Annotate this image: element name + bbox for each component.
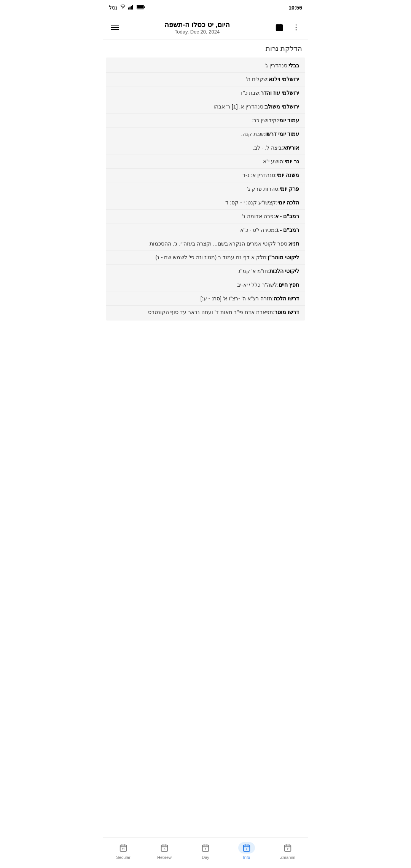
status-bar: 10:56 נסל xyxy=(103,0,308,15)
secular-nav-icon: 31 xyxy=(115,842,132,854)
svg-text:31: 31 xyxy=(122,848,125,850)
svg-rect-6 xyxy=(144,6,145,8)
row-value: חלק א דף נח עמוד ב (מט:ז וזה פי' לשמש שם… xyxy=(155,254,266,260)
main-content: הדלקת נרות בבלי:סנהדרין ג'ירושלמי וילנא:… xyxy=(103,40,308,838)
row-value: סנהדרין ג' xyxy=(265,62,288,69)
row-label: רמב"ם - ג xyxy=(276,227,299,233)
row-value: תפארת אדם פי"ב מאות ד' ועתה נבאר עד סוף … xyxy=(148,309,273,315)
battery-icon xyxy=(137,5,145,11)
info-nav-icon: i xyxy=(238,842,255,854)
bottom-nav: 31SecularהHebrew1DayiInfoZZmanim xyxy=(103,838,308,868)
gregorian-date: Today, Dec 20, 2024 xyxy=(123,29,272,35)
svg-point-0 xyxy=(123,8,123,9)
row-value: מכירה י"ט - כ"א xyxy=(240,227,275,233)
row-label: חפץ חיים xyxy=(279,282,299,288)
content-row: ירושלמי משולב:סנהדרין א. [1] ר' אבהו xyxy=(106,100,305,114)
svg-rect-7 xyxy=(137,6,143,8)
content-row: משנה יומי:סנהדרין א: ג-ד xyxy=(106,169,305,182)
content-row: ליקוטי מוהר"ן:חלק א דף נח עמוד ב (מט:ז ו… xyxy=(106,251,305,265)
row-value: חו"מ א' קמ"ג xyxy=(238,268,268,274)
svg-rect-4 xyxy=(132,5,133,9)
status-icons: נסל xyxy=(109,5,145,11)
app-bar-title: היום, יט כסלו ה-תשפה Today, Dec 20, 2024 xyxy=(123,21,272,35)
row-value: טהרות פרק ג' xyxy=(247,186,278,192)
row-label: ירושלמי משולב xyxy=(265,104,299,110)
svg-point-13 xyxy=(296,24,297,26)
row-label: אוריתא xyxy=(283,145,299,151)
row-value: קצשו"ע קנט: י - קס: ד xyxy=(225,199,276,206)
row-label: ירושלמי עוז והדר xyxy=(261,90,299,96)
row-label: ירושלמי וילנא xyxy=(269,76,299,82)
calendar-button[interactable]: 20 xyxy=(272,20,287,35)
app-bar-actions: 20 xyxy=(272,20,304,35)
svg-point-14 xyxy=(296,27,297,28)
content-row: דרשו הלכה:חזרה רצ"א ה' -רצ"ו א' [סח: - ע… xyxy=(106,292,305,306)
row-label: עמוד יומי דרשו xyxy=(265,131,299,137)
row-value: שקלים ה' xyxy=(246,76,268,82)
hebrew-date: היום, יט כסלו ה-תשפה xyxy=(123,21,272,29)
info-nav-label: Info xyxy=(243,855,250,860)
row-value: שבת כ"ד xyxy=(240,90,259,96)
content-row: דרשו מוסר:תפארת אדם פי"ב מאות ד' ועתה נב… xyxy=(106,306,305,319)
row-value: ספר לקוטי אמרים הנקרא בשם... וקצרה בעזה"… xyxy=(150,241,287,247)
zmanim-nav-label: Zmanim xyxy=(280,855,295,860)
nav-item-secular[interactable]: 31Secular xyxy=(103,842,144,860)
svg-rect-3 xyxy=(131,6,132,9)
content-card: בבלי:סנהדרין ג'ירושלמי וילנא:שקלים ה'ירו… xyxy=(106,57,305,321)
row-label: עמוד יומי xyxy=(278,117,299,123)
row-value: לשה"ר כלל י יא-יב xyxy=(237,282,277,288)
svg-point-15 xyxy=(296,29,297,30)
content-row: חפץ חיים:לשה"ר כלל י יא-יב xyxy=(106,278,305,292)
svg-rect-2 xyxy=(129,6,131,9)
app-bar: היום, יט כסלו ה-תשפה Today, Dec 20, 2024… xyxy=(103,15,308,40)
content-row: עמוד יומי דרשו:שבת קנה. xyxy=(106,128,305,141)
row-value: ביצה ל. - לב. xyxy=(253,145,282,151)
hamburger-icon xyxy=(111,25,119,30)
content-row: ליקוטי הלכות:חו"מ א' קמ"ג xyxy=(106,265,305,278)
nav-item-zmanim[interactable]: ZZmanim xyxy=(267,842,308,860)
content-row: ירושלמי עוז והדר:שבת כ"ד xyxy=(106,86,305,100)
row-label: דרשו מוסר xyxy=(274,309,299,315)
nav-item-day[interactable]: 1Day xyxy=(185,842,226,860)
menu-button[interactable] xyxy=(107,20,123,35)
zmanim-nav-icon: Z xyxy=(279,842,296,854)
row-label: בבלי xyxy=(289,62,299,69)
row-label: הלכה יומי xyxy=(277,199,299,206)
row-value: הושע י"א xyxy=(263,158,283,164)
row-label: ליקוטי הלכות xyxy=(269,268,299,274)
svg-text:Z: Z xyxy=(287,848,288,850)
row-value: פרה אדומה ג' xyxy=(242,213,274,219)
row-value: שבת קנה. xyxy=(241,131,264,137)
svg-rect-1 xyxy=(128,7,129,9)
row-label: פרק יומי xyxy=(280,186,299,192)
content-row: בבלי:סנהדרין ג' xyxy=(106,59,305,73)
row-label: דרשו הלכה xyxy=(274,295,299,302)
content-row: ירושלמי וילנא:שקלים ה' xyxy=(106,73,305,86)
content-row: הלכה יומי:קצשו"ע קנט: י - קס: ד xyxy=(106,196,305,210)
content-row: אוריתא:ביצה ל. - לב. xyxy=(106,141,305,155)
content-row: רמב"ם - א:פרה אדומה ג' xyxy=(106,210,305,223)
content-row: עמוד יומי:קידושין כב: xyxy=(106,114,305,128)
content-row: תניא:ספר לקוטי אמרים הנקרא בשם... וקצרה … xyxy=(106,237,305,251)
secular-nav-label: Secular xyxy=(116,855,130,860)
row-label: משנה יומי xyxy=(277,172,299,178)
content-row: רמב"ם - ג:מכירה י"ט - כ"א xyxy=(106,223,305,237)
svg-text:1: 1 xyxy=(205,848,206,850)
nav-item-info[interactable]: iInfo xyxy=(226,842,267,860)
hebrew-nav-icon: ה xyxy=(156,842,173,854)
hebrew-status-icon: נסל xyxy=(109,5,118,11)
more-options-button[interactable] xyxy=(288,20,304,35)
row-label: נר יומי xyxy=(285,158,299,164)
row-value: קידושין כב: xyxy=(252,117,277,123)
row-label: רמב"ם - א xyxy=(275,213,299,219)
row-label: תניא xyxy=(289,241,299,247)
day-nav-label: Day xyxy=(202,855,209,860)
svg-text:i: i xyxy=(246,847,247,851)
wifi-icon xyxy=(120,5,126,11)
row-value: סנהדרין א. [1] ר' אבהו xyxy=(213,104,264,110)
content-row: נר יומי:הושע י"א xyxy=(106,155,305,169)
signal-icon xyxy=(128,5,134,11)
day-nav-icon: 1 xyxy=(197,842,214,854)
svg-text:20: 20 xyxy=(278,27,281,30)
nav-item-hebrew[interactable]: הHebrew xyxy=(144,842,185,860)
